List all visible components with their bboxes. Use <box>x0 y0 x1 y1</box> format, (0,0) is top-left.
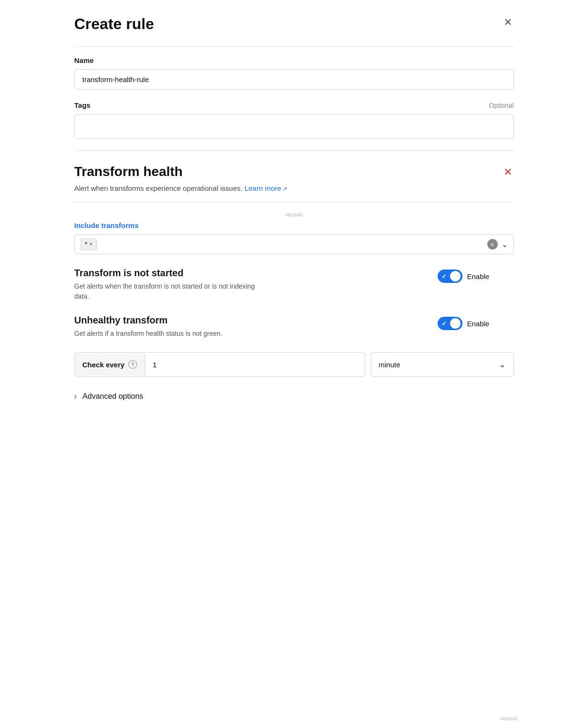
transform-health-description: Alert when transforms experience operati… <box>74 184 514 192</box>
create-rule-modal: Create rule ✕ Name Tags Optional Transfo… <box>59 0 529 727</box>
not-started-content: Transform is not started Get alerts when… <box>74 268 438 301</box>
include-transforms-label: Include transforms <box>74 221 514 229</box>
name-input[interactable] <box>74 69 514 90</box>
tags-input[interactable] <box>74 114 514 139</box>
tag-text-input[interactable] <box>101 240 483 249</box>
unhealthy-title: Unhealthy transform <box>74 315 438 326</box>
unhealthy-toggle-control: ✓ Enable <box>438 317 514 330</box>
minute-select-chevron: ⌄ <box>499 359 506 370</box>
not-started-title: Transform is not started <box>74 268 438 279</box>
watermark: HedaAI <box>500 716 518 721</box>
not-started-toggle[interactable]: ✓ <box>438 270 462 283</box>
transform-health-close-button[interactable]: ✕ <box>502 164 514 180</box>
tag-input-container[interactable]: * × × ⌄ <box>74 234 514 254</box>
tag-chip-close-button[interactable]: × <box>89 241 93 248</box>
modal-close-button[interactable]: ✕ <box>502 15 514 30</box>
check-every-number-input[interactable] <box>145 354 183 375</box>
unhealthy-description: Get alerts if a transform health status … <box>74 329 256 339</box>
check-every-help-icon[interactable]: ? <box>128 360 137 369</box>
unhealthy-content: Unhealthy transform Get alerts if a tran… <box>74 315 438 339</box>
unhealthy-row: Unhealthy transform Get alerts if a tran… <box>74 315 514 339</box>
not-started-checkmark: ✓ <box>441 273 447 280</box>
check-every-row: Check every ? minute ⌄ <box>74 352 514 377</box>
unhealthy-checkmark: ✓ <box>441 320 447 327</box>
watermark-mid: HedaAI <box>74 212 514 218</box>
include-transforms-section: Include transforms * × × ⌄ <box>74 221 514 254</box>
tag-chip-star: * × <box>81 239 97 250</box>
transform-health-section: Transform health ✕ Alert when transforms… <box>74 164 514 192</box>
name-field-section: Name <box>74 56 514 90</box>
name-label: Name <box>74 56 514 64</box>
tags-field-section: Tags Optional <box>74 101 514 139</box>
minute-select-text: minute <box>379 361 400 369</box>
tag-chip-value: * <box>85 240 87 248</box>
learn-more-link[interactable]: Learn more <box>244 184 287 192</box>
not-started-toggle-label: Enable <box>467 272 490 280</box>
modal-title: Create rule <box>74 15 154 33</box>
unhealthy-toggle-label: Enable <box>467 320 490 328</box>
header-divider <box>74 46 514 47</box>
tag-clear-button[interactable]: × <box>487 239 498 249</box>
tags-label: Tags Optional <box>74 101 514 109</box>
check-every-label: Check every <box>83 361 125 369</box>
modal-header: Create rule ✕ <box>74 15 514 33</box>
advanced-options-row[interactable]: › Advanced options <box>74 386 514 406</box>
minute-select[interactable]: minute ⌄ <box>371 352 514 377</box>
advanced-options-label: Advanced options <box>83 392 143 401</box>
not-started-row: Transform is not started Get alerts when… <box>74 268 514 301</box>
unhealthy-slider: ✓ <box>438 317 462 330</box>
transform-health-header: Transform health ✕ <box>74 164 514 180</box>
check-every-label-group: Check every ? <box>75 353 145 375</box>
transform-health-divider <box>74 202 514 202</box>
check-every-box: Check every ? <box>74 352 365 377</box>
not-started-description: Get alerts when the transform is not sta… <box>74 281 256 301</box>
tags-optional-label: Optional <box>489 102 514 109</box>
tag-chevron-button[interactable]: ⌄ <box>502 240 508 249</box>
not-started-slider: ✓ <box>438 270 462 283</box>
transform-health-title: Transform health <box>74 164 183 179</box>
unhealthy-toggle[interactable]: ✓ <box>438 317 462 330</box>
advanced-options-chevron-icon: › <box>74 392 77 401</box>
tag-input-actions: × ⌄ <box>487 239 508 249</box>
not-started-toggle-control: ✓ Enable <box>438 270 514 283</box>
section-divider <box>74 150 514 151</box>
